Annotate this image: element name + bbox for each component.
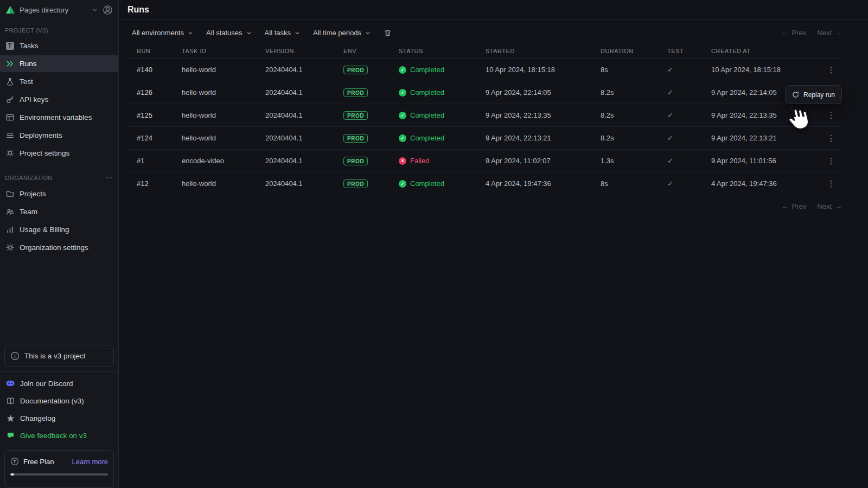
refresh-icon xyxy=(792,91,799,98)
started-at: 9 Apr 2024, 22:13:35 xyxy=(486,111,601,119)
version: 20240404.1 xyxy=(265,157,343,165)
row-menu-button[interactable]: ⋮ xyxy=(825,155,838,168)
sidebar-item-runs[interactable]: Runs xyxy=(0,55,118,72)
duration: 8s xyxy=(601,66,667,74)
table-body: #140 hello-world 20240404.1 PROD ✓ Compl… xyxy=(128,59,842,195)
gear-icon xyxy=(5,149,15,158)
sidebar-item-projects[interactable]: Projects xyxy=(0,185,118,202)
link-documentation[interactable]: Documentation (v3) xyxy=(0,392,118,409)
col-duration: Duration xyxy=(601,48,667,54)
started-at: 9 Apr 2024, 11:02:07 xyxy=(486,157,601,165)
started-at: 9 Apr 2024, 22:14:05 xyxy=(486,88,601,97)
created-at: 9 Apr 2024, 11:01:56 xyxy=(711,157,820,165)
upgrade-icon xyxy=(10,457,19,466)
status-icon: ✓ xyxy=(399,89,406,97)
task-id: hello-world xyxy=(182,66,265,74)
sidebar-item-environment-variables[interactable]: Environment variables xyxy=(0,109,118,126)
avatar[interactable] xyxy=(103,5,113,15)
test-check-icon: ✓ xyxy=(667,88,711,97)
table-row[interactable]: #126 hello-world 20240404.1 PROD ✓ Compl… xyxy=(128,81,842,104)
table-row[interactable]: #1 encode-video 20240404.1 PROD × Failed… xyxy=(128,150,842,172)
replay-run-menu-item[interactable]: Replay run xyxy=(785,85,842,104)
org-more-button[interactable] xyxy=(105,174,113,182)
chevron-down-icon xyxy=(246,30,252,36)
test-check-icon: ✓ xyxy=(667,157,711,165)
app-logo-icon xyxy=(5,5,15,15)
env-badge: PROD xyxy=(343,179,368,188)
sidebar-item-organization-settings[interactable]: Organization settings xyxy=(0,239,118,256)
version: 20240404.1 xyxy=(265,179,343,188)
sidebar-item-team[interactable]: Team xyxy=(0,203,118,220)
prev-page-button[interactable]: ← Prev xyxy=(782,29,807,37)
learn-more-link[interactable]: Learn more xyxy=(72,458,108,466)
link-label: Changelog xyxy=(20,414,55,422)
filter-tasks[interactable]: All tasks xyxy=(265,29,300,37)
status-cell: ✓ Completed xyxy=(399,88,486,97)
duration: 8.2s xyxy=(601,134,667,142)
created-at: 9 Apr 2024, 22:13:21 xyxy=(711,134,820,142)
test-check-icon: ✓ xyxy=(667,134,711,142)
page-header: Runs xyxy=(119,0,868,20)
status-cell: × Failed xyxy=(399,157,486,165)
task-id: encode-video xyxy=(182,157,265,165)
task-id: hello-world xyxy=(182,179,265,188)
status-label: Completed xyxy=(410,66,444,74)
prev-page-button[interactable]: ← Prev xyxy=(782,202,807,210)
next-page-button[interactable]: Next → xyxy=(817,202,842,210)
workspace-switcher[interactable]: Pages directory xyxy=(0,0,118,20)
chevron-down-icon xyxy=(188,30,193,36)
link-label: Give feedback on v3 xyxy=(20,432,87,440)
table-row[interactable]: #140 hello-world 20240404.1 PROD ✓ Compl… xyxy=(128,59,842,81)
organization-section-label: ORGANIZATION xyxy=(0,162,118,185)
row-menu-button[interactable]: ⋮ xyxy=(825,109,838,122)
runs-table: Run Task ID Version Env Status Started D… xyxy=(128,43,842,195)
row-menu-button[interactable]: ⋮ xyxy=(825,177,838,190)
sidebar-item-usage-billing[interactable]: Usage & Billing xyxy=(0,221,118,238)
pagination-bottom: ← Prev Next → xyxy=(119,195,868,217)
test-check-icon: ✓ xyxy=(667,179,711,188)
sidebar-item-test[interactable]: Test xyxy=(0,73,118,90)
filter-statuses[interactable]: All statuses xyxy=(206,29,251,37)
sidebar-item-label: Organization settings xyxy=(20,243,88,252)
link-discord[interactable]: Join our Discord xyxy=(0,375,118,392)
link-changelog[interactable]: Changelog xyxy=(0,409,118,427)
key-icon xyxy=(5,95,15,104)
col-task-id: Task ID xyxy=(182,48,265,54)
clear-filters-trash-icon[interactable] xyxy=(384,29,392,37)
chevron-down-icon xyxy=(295,30,300,36)
row-menu-button[interactable]: ⋮ xyxy=(825,132,838,145)
sidebar-item-deployments[interactable]: Deployments xyxy=(0,127,118,144)
filter-time-periods[interactable]: All time periods xyxy=(313,29,371,37)
team-icon xyxy=(5,208,15,216)
col-started: Started xyxy=(486,48,601,54)
link-feedback[interactable]: Give feedback on v3 xyxy=(0,427,118,444)
arrow-left-icon: ← xyxy=(782,202,789,210)
test-check-icon: ✓ xyxy=(667,66,711,74)
sidebar-item-api-keys[interactable]: API keys xyxy=(0,91,118,108)
arrow-left-icon: ← xyxy=(782,29,789,37)
speech-bubble-icon xyxy=(5,432,15,440)
col-test: Test xyxy=(667,48,711,54)
filters-toolbar: All environments All statuses All tasks … xyxy=(119,20,868,43)
run-id: #125 xyxy=(137,111,182,119)
row-menu-button[interactable]: ⋮ xyxy=(825,63,838,76)
run-id: #12 xyxy=(137,179,182,188)
next-page-button[interactable]: Next → xyxy=(817,29,842,37)
chevron-down-icon[interactable] xyxy=(92,7,98,13)
sidebar-item-project-settings[interactable]: Project settings xyxy=(0,145,118,162)
arrow-right-icon: → xyxy=(835,202,842,210)
table-row[interactable]: #124 hello-world 20240404.1 PROD ✓ Compl… xyxy=(128,127,842,150)
workspace-name: Pages directory xyxy=(20,6,68,14)
table-row[interactable]: #125 hello-world 20240404.1 PROD ✓ Compl… xyxy=(128,104,842,127)
filter-environments[interactable]: All environments xyxy=(132,29,193,37)
sidebar-item-tasks[interactable]: T Tasks xyxy=(0,37,118,54)
server-stack-icon xyxy=(5,131,15,140)
duration: 8s xyxy=(601,179,667,188)
sidebar-item-label: Deployments xyxy=(20,131,62,139)
flask-icon xyxy=(5,78,15,86)
table-row[interactable]: #12 hello-world 20240404.1 PROD ✓ Comple… xyxy=(128,172,842,195)
gear-icon xyxy=(5,243,15,252)
run-id: #1 xyxy=(137,157,182,165)
link-label: Documentation (v3) xyxy=(20,397,84,405)
status-label: Completed xyxy=(410,88,444,97)
